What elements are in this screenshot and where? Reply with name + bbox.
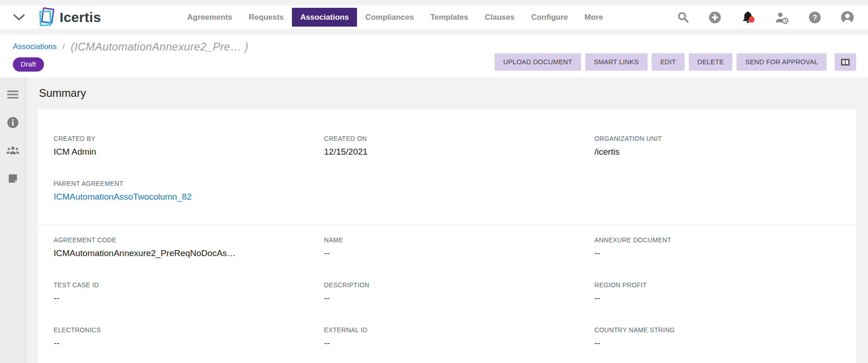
page-header: Associations / (ICMAutomationAnnexure2_P… xyxy=(0,34,868,78)
menu-icon[interactable] xyxy=(5,87,21,102)
nav-item-associations[interactable]: Associations xyxy=(292,8,357,27)
delegate-user-clock-icon[interactable] xyxy=(775,11,789,24)
field-test-case-id: TEST CASE ID -- xyxy=(54,281,324,303)
field-label: ORGANIZATION UNIT xyxy=(594,135,841,142)
field-external-id: EXTERNAL ID -- xyxy=(324,326,594,348)
field-value: /icertis xyxy=(594,147,841,157)
two-column-layout-button[interactable] xyxy=(835,53,856,71)
info-icon[interactable] xyxy=(5,115,21,130)
nav-item-templates[interactable]: Templates xyxy=(422,8,477,27)
status-badge: Draft xyxy=(13,57,44,72)
svg-text:?: ? xyxy=(813,13,817,21)
field-value: -- xyxy=(324,338,594,348)
content-area: Summary CREATED BY ICM Admin CREATED ON … xyxy=(26,78,868,363)
icertis-logo-icon xyxy=(37,7,56,28)
field-value: -- xyxy=(594,248,841,258)
field-agreement-code: AGREEMENT CODE ICMAutomationAnnexure2_Pr… xyxy=(54,236,324,258)
field-label: PARENT AGREEMENT xyxy=(54,180,324,187)
summary-card: CREATED BY ICM Admin CREATED ON 12/15/20… xyxy=(38,109,856,363)
field-country-name-string: COUNTRY NAME STRING -- xyxy=(594,326,841,348)
field-value: ICMAutomationAnnexure2_PreReqNoDocAs… xyxy=(54,248,324,258)
field-annexure-document: ANNEXURE DOCUMENT -- xyxy=(594,236,841,258)
field-value: -- xyxy=(594,338,841,348)
field-value: -- xyxy=(594,293,841,303)
field-label: COUNTRY NAME STRING xyxy=(594,326,841,334)
summary-top-grid: CREATED BY ICM Admin CREATED ON 12/15/20… xyxy=(38,135,856,202)
main-nav: Agreements Requests Associations Complia… xyxy=(179,8,611,27)
field-label: ANNEXURE DOCUMENT xyxy=(594,236,841,244)
action-buttons: UPLOAD DOCUMENT SMART LINKS EDIT DELETE … xyxy=(494,53,856,71)
icertis-logo[interactable]: Icertis xyxy=(37,7,101,28)
field-value: -- xyxy=(54,293,324,303)
nav-item-configure[interactable]: Configure xyxy=(523,8,576,27)
notes-icon[interactable] xyxy=(5,171,21,186)
collapse-chevron-icon[interactable] xyxy=(13,14,25,21)
nav-item-requests[interactable]: Requests xyxy=(241,8,292,27)
breadcrumb-separator: / xyxy=(62,42,65,51)
field-label: EXTERNAL ID xyxy=(324,326,594,334)
navbar-icon-group: ? xyxy=(677,10,858,25)
field-label: DESCRIPTION xyxy=(324,281,594,289)
nav-item-more[interactable]: More xyxy=(576,8,611,27)
field-created-by: CREATED BY ICM Admin xyxy=(54,135,324,157)
field-value: ICM Admin xyxy=(54,147,324,157)
field-description: DESCRIPTION -- xyxy=(324,281,594,303)
top-navbar: Icertis Agreements Requests Associations… xyxy=(0,6,868,29)
two-column-layout-icon xyxy=(840,56,851,68)
nav-item-clauses[interactable]: Clauses xyxy=(477,8,523,27)
field-label: REGION PROFIT xyxy=(594,281,841,289)
search-icon[interactable] xyxy=(677,11,689,23)
help-icon[interactable]: ? xyxy=(808,11,821,24)
main-area: Summary CREATED BY ICM Admin CREATED ON … xyxy=(0,78,868,363)
account-profile-icon[interactable] xyxy=(841,11,854,24)
field-value: 12/15/2021 xyxy=(324,147,594,157)
smart-links-button[interactable]: SMART LINKS xyxy=(585,53,648,71)
field-value: -- xyxy=(324,293,594,303)
field-parent-agreement: PARENT AGREEMENT ICMAutomationAssoTwocol… xyxy=(54,180,324,202)
parent-agreement-link[interactable]: ICMAutomationAssoTwocolumn_82 xyxy=(54,192,324,202)
left-sidebar xyxy=(0,78,26,363)
edit-button[interactable]: EDIT xyxy=(652,53,685,71)
field-value: -- xyxy=(324,248,594,258)
field-label: ELECTRONICS xyxy=(54,326,324,334)
breadcrumb: Associations / (ICMAutomationAnnexure2_P… xyxy=(13,40,856,53)
field-label: CREATED ON xyxy=(324,135,594,142)
field-label: CREATED BY xyxy=(54,135,324,142)
team-icon[interactable] xyxy=(5,143,21,158)
section-divider xyxy=(38,225,856,225)
summary-detail-grid: AGREEMENT CODE ICMAutomationAnnexure2_Pr… xyxy=(38,236,856,348)
send-for-approval-button[interactable]: SEND FOR APPROVAL xyxy=(736,53,827,71)
field-value: -- xyxy=(54,338,324,348)
add-icon[interactable] xyxy=(709,11,721,24)
nav-item-agreements[interactable]: Agreements xyxy=(179,8,241,27)
page-title: Summary xyxy=(39,87,856,100)
brand-wordmark: Icertis xyxy=(60,10,101,25)
field-label: TEST CASE ID xyxy=(54,281,324,289)
breadcrumb-current-title: (ICMAutomationAnnexure2_Pre… ) xyxy=(71,40,248,53)
field-region-profit: REGION PROFIT -- xyxy=(594,281,841,303)
breadcrumb-associations-link[interactable]: Associations xyxy=(13,42,56,51)
delete-button[interactable]: DELETE xyxy=(689,53,733,71)
field-label: NAME xyxy=(324,236,594,244)
notifications-bell-icon[interactable] xyxy=(741,10,755,25)
field-created-on: CREATED ON 12/15/2021 xyxy=(324,135,594,157)
field-electronics: ELECTRONICS -- xyxy=(54,326,324,348)
nav-item-compliances[interactable]: Compliances xyxy=(357,8,422,27)
field-label: AGREEMENT CODE xyxy=(54,236,324,244)
upload-document-button[interactable]: UPLOAD DOCUMENT xyxy=(494,53,581,71)
field-organization-unit: ORGANIZATION UNIT /icertis xyxy=(594,135,841,157)
field-name: NAME -- xyxy=(324,236,594,258)
